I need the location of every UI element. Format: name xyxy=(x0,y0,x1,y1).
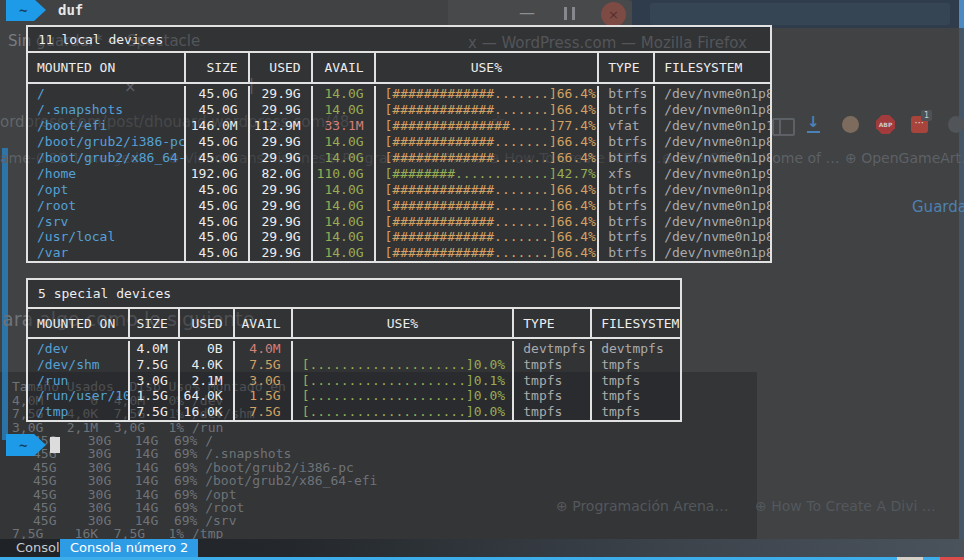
avatar xyxy=(842,116,859,133)
duf-row: /home192.0G82.0G110.0G[########.........… xyxy=(28,166,770,182)
cell-filesystem: /dev/nvme0n1p8 xyxy=(653,245,770,261)
duf-row: /var45.0G29.9G14.0G[#############.......… xyxy=(28,245,770,261)
usage-bar: [#############.......] xyxy=(385,102,557,118)
firefox-tab-shape xyxy=(650,3,950,25)
table-header-row: MOUNTED ONSIZEUSEDAVAILUSE%TYPEFILESYSTE… xyxy=(28,53,770,84)
prompt-command: duf xyxy=(58,0,83,21)
duf-row: /run3.0G2.1M3.0G[....................]0.… xyxy=(28,373,680,389)
extension-icon: ⋯1 xyxy=(911,116,928,133)
usage-bar: [#############.......] xyxy=(385,86,557,102)
usage-bar: [....................] xyxy=(302,404,474,420)
prompt-arrow-icon: ~ xyxy=(6,0,46,21)
usage-bar: [....................] xyxy=(302,388,474,404)
cell-used: 29.9G xyxy=(248,245,311,261)
cell-filesystem: /dev/nvme0n1p1 xyxy=(653,118,770,134)
cell-mount: / xyxy=(28,86,184,102)
cell-size: 45.0G xyxy=(184,102,248,118)
cell-use-percent: [########............]42.7% xyxy=(374,166,598,182)
cell-use-percent: [#############.......]66.4% xyxy=(374,214,598,230)
table-body: /dev4.0M0B4.0Mdevtmpfsdevtmpfs/dev/shm7.… xyxy=(28,339,680,420)
cell-type: btrfs xyxy=(597,102,653,118)
close-icon: × xyxy=(601,2,626,27)
cell-size: 45.0G xyxy=(184,150,248,166)
cell-type: btrfs xyxy=(597,182,653,198)
duf-row: /srv45.0G29.9G14.0G[#############.......… xyxy=(28,214,770,230)
cell-avail: 14.0G xyxy=(311,182,374,198)
cell-filesystem: /dev/nvme0n1p8 xyxy=(653,214,770,230)
cell-mount: /.snapshots xyxy=(28,102,184,118)
cell-avail: 14.0G xyxy=(311,134,374,150)
cell-type: tmpfs xyxy=(512,373,590,389)
cell-size: 7.5G xyxy=(128,357,178,373)
usage-pct: 66.4% xyxy=(557,102,596,118)
window-edge-strip-dim xyxy=(959,28,964,560)
yakuake-terminal-screen[interactable]: — × ↓ ABP ⋯1 ☆ Sin guardar* — Spectaclex… xyxy=(0,0,964,560)
cell-filesystem: /dev/nvme0n1p9 xyxy=(653,166,770,182)
column-header: FILESYSTEM xyxy=(590,309,680,337)
guardar-link: Guardar c xyxy=(912,198,964,216)
cell-use-percent: [....................]0.0% xyxy=(291,357,513,373)
duf-row: /45.0G29.9G14.0G[#############.......]66… xyxy=(28,86,770,102)
cell-size: 45.0G xyxy=(184,182,248,198)
cell-size: 45.0G xyxy=(184,86,248,102)
adblock-icon: ABP xyxy=(876,115,895,134)
sidebar-icon xyxy=(772,118,795,136)
cell-filesystem: /dev/nvme0n1p8 xyxy=(653,229,770,245)
cell-mount: /usr/local xyxy=(28,229,184,245)
cell-size: 45.0G xyxy=(184,214,248,230)
duf-row: /boot/grub2/x86_64-efi45.0G29.9G14.0G[##… xyxy=(28,150,770,166)
usage-bar: [#############.......] xyxy=(385,182,557,198)
cell-filesystem: tmpfs xyxy=(590,373,680,389)
cell-type: xfs xyxy=(597,166,653,182)
cell-type: btrfs xyxy=(597,150,653,166)
cell-used: 16.0K xyxy=(178,404,233,420)
toolbar-icon xyxy=(948,116,964,133)
window-edge-strip xyxy=(959,0,964,28)
column-header: USED xyxy=(178,309,233,337)
column-header: MOUNTED ON xyxy=(28,53,184,82)
cell-used: 82.0G xyxy=(248,166,311,182)
usage-bar: [#############.......] xyxy=(385,134,557,150)
cell-avail: 3.0G xyxy=(233,373,291,389)
cell-avail: 14.0G xyxy=(311,150,374,166)
usage-pct: 66.4% xyxy=(557,150,596,166)
cell-avail: 14.0G xyxy=(311,86,374,102)
cell-type: btrfs xyxy=(597,245,653,261)
usage-bar: [########............] xyxy=(385,166,557,182)
usage-pct: 66.4% xyxy=(557,134,596,150)
column-header: TYPE xyxy=(597,53,653,82)
minimize-icon: — xyxy=(519,3,535,22)
usage-pct: 66.4% xyxy=(557,229,596,245)
cell-mount: /boot/grub2/x86_64-efi xyxy=(28,150,184,166)
cell-mount: /root xyxy=(28,198,184,214)
cell-use-percent: [#############.......]66.4% xyxy=(374,182,598,198)
usage-bar: [###############.....] xyxy=(385,118,557,134)
cell-used: 2.1M xyxy=(178,373,233,389)
restore-icon xyxy=(564,7,578,20)
cell-type: devtmpfs xyxy=(512,341,590,357)
cell-used: 29.9G xyxy=(248,102,311,118)
duf-row: /tmp7.5G16.0K7.5G[....................]0… xyxy=(28,404,680,420)
cell-used: 29.9G xyxy=(248,214,311,230)
cell-used: 29.9G xyxy=(248,182,311,198)
table-header-row: MOUNTED ONSIZEUSEDAVAILUSE%TYPEFILESYSTE… xyxy=(28,309,680,339)
cell-use-percent: [#############.......]66.4% xyxy=(374,86,598,102)
cell-use-percent: [#############.......]66.4% xyxy=(374,134,598,150)
cell-avail: 110.0G xyxy=(311,166,374,182)
duf-row: /dev4.0M0B4.0Mdevtmpfsdevtmpfs xyxy=(28,341,680,357)
session-tabbar[interactable]: ConsolaConsola número 2 xyxy=(0,539,964,557)
cell-mount: /srv xyxy=(28,214,184,230)
session-tab-active[interactable]: Consola número 2 xyxy=(60,539,198,557)
usage-bar: [....................] xyxy=(302,373,474,389)
cell-avail: 14.0G xyxy=(311,214,374,230)
editor-selection-bar xyxy=(2,148,8,440)
usage-pct: 0.0% xyxy=(474,404,505,420)
cell-mount: /dev/shm xyxy=(28,357,128,373)
usage-pct: 66.4% xyxy=(557,214,596,230)
table-body: /45.0G29.9G14.0G[#############.......]66… xyxy=(28,84,770,261)
cell-filesystem: /dev/nvme0n1p8 xyxy=(653,102,770,118)
table-title: 5 special devices xyxy=(28,280,680,309)
cell-filesystem: /dev/nvme0n1p8 xyxy=(653,86,770,102)
cell-avail: 14.0G xyxy=(311,102,374,118)
cell-filesystem: devtmpfs xyxy=(590,341,680,357)
